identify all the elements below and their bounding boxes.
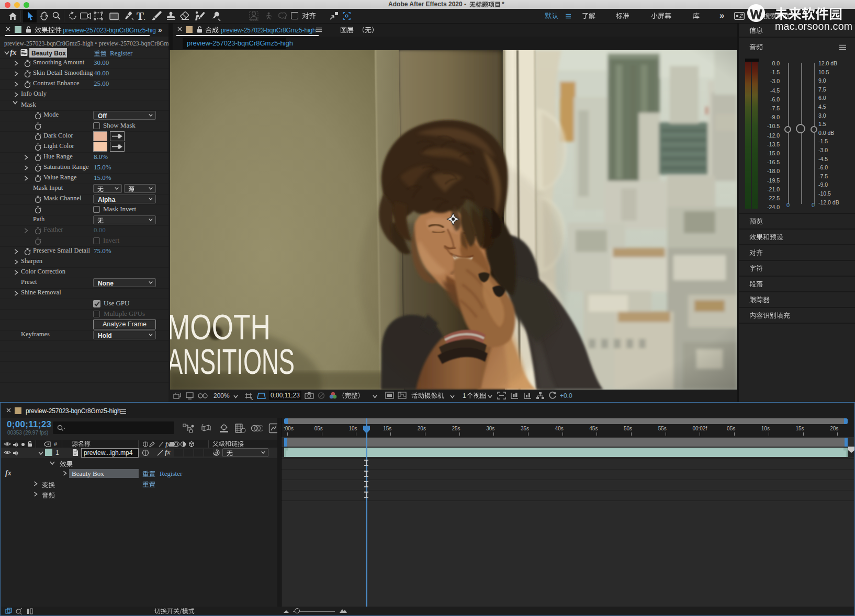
svg-text:MOOTH: MOOTH	[170, 307, 271, 347]
svg-text:ANSITIONS: ANSITIONS	[170, 341, 295, 381]
